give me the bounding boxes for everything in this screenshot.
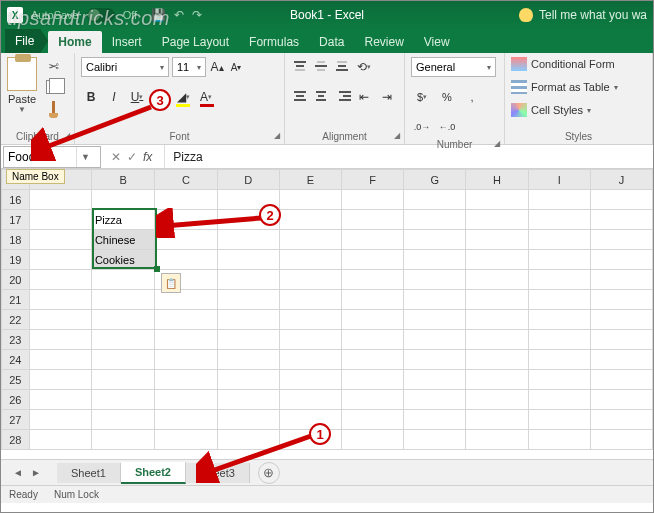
cell[interactable] <box>404 390 466 410</box>
cell[interactable] <box>404 370 466 390</box>
cell-styles-button[interactable]: Cell Styles▾ <box>511 103 591 117</box>
redo-icon[interactable]: ↷ <box>192 8 202 22</box>
cell[interactable] <box>466 390 528 410</box>
cell[interactable] <box>466 250 528 270</box>
column-header[interactable]: F <box>341 170 403 190</box>
cell[interactable] <box>528 230 590 250</box>
autosave-toggle[interactable] <box>87 8 115 22</box>
cell[interactable] <box>466 350 528 370</box>
font-size-select[interactable]: 11▾ <box>172 57 206 77</box>
copy-button[interactable] <box>43 78 63 96</box>
cell[interactable] <box>155 250 217 270</box>
font-name-select[interactable]: Calibri▾ <box>81 57 169 77</box>
cell[interactable] <box>91 430 154 450</box>
cell[interactable] <box>341 270 403 290</box>
cell[interactable] <box>590 330 652 350</box>
cut-button[interactable]: ✂ <box>43 57 63 75</box>
cell[interactable] <box>528 350 590 370</box>
cell[interactable] <box>279 190 341 210</box>
cell[interactable] <box>590 270 652 290</box>
row-header[interactable]: 28 <box>2 430 30 450</box>
tab-page-layout[interactable]: Page Layout <box>152 31 239 53</box>
cell[interactable] <box>279 310 341 330</box>
cell[interactable] <box>91 310 154 330</box>
cell[interactable] <box>341 370 403 390</box>
cell[interactable] <box>29 410 91 430</box>
row-header[interactable]: 19 <box>2 250 30 270</box>
paste-options-button[interactable]: 📋 <box>161 273 181 293</box>
cell[interactable] <box>341 310 403 330</box>
orientation-button[interactable]: ⟲▾ <box>354 57 374 77</box>
cell[interactable] <box>29 210 91 230</box>
accounting-format-button[interactable]: $▾ <box>411 87 433 107</box>
cell[interactable] <box>528 370 590 390</box>
dialog-launcher-icon[interactable]: ◢ <box>274 131 280 140</box>
cell[interactable] <box>590 250 652 270</box>
cell[interactable] <box>341 230 403 250</box>
cell[interactable] <box>466 190 528 210</box>
undo-icon[interactable]: ↶ <box>174 8 184 22</box>
cell[interactable] <box>217 250 279 270</box>
cell[interactable] <box>279 370 341 390</box>
cell[interactable] <box>590 310 652 330</box>
cell[interactable] <box>279 350 341 370</box>
cell[interactable] <box>466 210 528 230</box>
cell[interactable] <box>341 210 403 230</box>
tab-home[interactable]: Home <box>48 31 101 53</box>
cell[interactable] <box>279 250 341 270</box>
cell[interactable] <box>29 310 91 330</box>
cell[interactable] <box>404 430 466 450</box>
column-header[interactable]: D <box>217 170 279 190</box>
cell[interactable] <box>590 390 652 410</box>
decrease-indent-button[interactable]: ⇤ <box>354 87 374 107</box>
decrease-font-button[interactable]: A▾ <box>228 57 244 77</box>
cell[interactable] <box>279 210 341 230</box>
cell[interactable] <box>155 370 217 390</box>
column-header[interactable]: I <box>528 170 590 190</box>
tell-me-input[interactable]: Tell me what you wa <box>539 8 647 22</box>
format-as-table-button[interactable]: Format as Table▾ <box>511 80 618 94</box>
cell[interactable] <box>404 330 466 350</box>
font-color-button[interactable]: A▾ <box>196 87 216 107</box>
cell[interactable] <box>217 370 279 390</box>
cell[interactable] <box>528 190 590 210</box>
cell[interactable]: Cookies <box>91 250 154 270</box>
sheet-tab-sheet2[interactable]: Sheet2 <box>121 462 186 484</box>
cell[interactable] <box>590 370 652 390</box>
row-header[interactable]: 25 <box>2 370 30 390</box>
cell[interactable] <box>341 430 403 450</box>
cell[interactable] <box>91 270 154 290</box>
row-header[interactable]: 18 <box>2 230 30 250</box>
row-header[interactable]: 21 <box>2 290 30 310</box>
cell[interactable] <box>91 410 154 430</box>
cell[interactable] <box>404 210 466 230</box>
column-header[interactable]: C <box>155 170 217 190</box>
cell[interactable] <box>341 190 403 210</box>
cell[interactable] <box>528 430 590 450</box>
cell[interactable] <box>29 350 91 370</box>
fill-color-button[interactable]: ◢▾ <box>173 87 193 107</box>
cell[interactable] <box>279 290 341 310</box>
cell[interactable]: Chinese <box>91 230 154 250</box>
cell[interactable] <box>528 210 590 230</box>
cell[interactable] <box>155 330 217 350</box>
cell[interactable] <box>404 350 466 370</box>
cell[interactable] <box>217 390 279 410</box>
decrease-decimal-button[interactable]: ←.0 <box>436 117 458 137</box>
cell[interactable] <box>466 370 528 390</box>
cell[interactable] <box>590 410 652 430</box>
cell[interactable] <box>528 250 590 270</box>
worksheet-grid[interactable]: ABCDEFGHIJ1617Pizza18Chinese19Cookies202… <box>1 169 653 459</box>
column-header[interactable]: G <box>404 170 466 190</box>
cell[interactable] <box>404 250 466 270</box>
cell[interactable] <box>341 290 403 310</box>
cell[interactable] <box>466 230 528 250</box>
comma-format-button[interactable]: , <box>461 87 483 107</box>
sheet-nav-next[interactable]: ► <box>27 464 45 482</box>
cell[interactable] <box>404 270 466 290</box>
cell[interactable] <box>404 410 466 430</box>
cell[interactable] <box>155 310 217 330</box>
tab-formulas[interactable]: Formulas <box>239 31 309 53</box>
column-header[interactable]: H <box>466 170 528 190</box>
fill-handle[interactable] <box>154 266 160 272</box>
